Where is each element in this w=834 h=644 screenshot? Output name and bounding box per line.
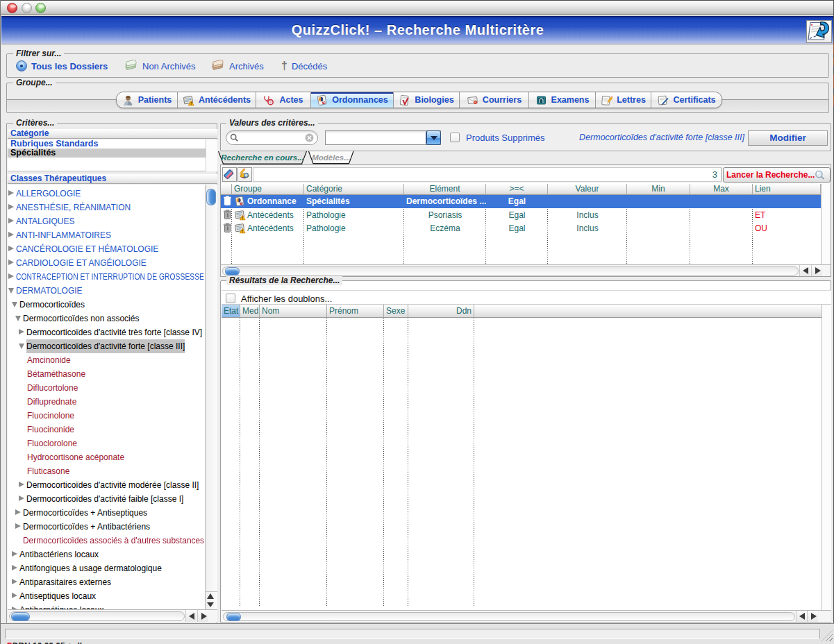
- tree-item[interactable]: ANTALGIQUES: [8, 214, 205, 228]
- doublons-checkbox[interactable]: [226, 294, 235, 303]
- tree-item[interactable]: Antiseptiques locaux: [8, 589, 205, 603]
- criteria-column-header[interactable]: Catégorie: [304, 184, 404, 195]
- tab-recherche-en-cours[interactable]: Recherche en cours...: [218, 151, 307, 164]
- tree-item[interactable]: Hydrocortisone acéponate: [8, 450, 205, 464]
- tree-item[interactable]: Dermocorticoïdes associés à d'autres sub…: [8, 534, 205, 548]
- tree-collapsed-icon[interactable]: [19, 495, 24, 501]
- tree-item[interactable]: Dermocorticoïdes + Antibactériens: [8, 520, 205, 534]
- tree-item[interactable]: Difluprednate: [8, 395, 205, 409]
- tree-hscroll-track[interactable]: [9, 611, 185, 621]
- tab-certificats[interactable]: Certificats: [651, 92, 722, 108]
- tree-item[interactable]: Fluticasone: [8, 464, 205, 478]
- tree-item[interactable]: Dermocorticoïdes d'activité très forte […: [8, 325, 205, 339]
- criteria-column-header[interactable]: >=<: [486, 184, 548, 195]
- criteria-column-header[interactable]: Lien: [753, 184, 821, 195]
- tab-lettres[interactable]: Lettres: [596, 92, 651, 108]
- criteria-column-header[interactable]: Groupe: [232, 184, 304, 195]
- tree-collapsed-icon[interactable]: [15, 523, 21, 529]
- edit-criteria-button[interactable]: [237, 167, 252, 182]
- criteria-hscroll-track[interactable]: [222, 266, 799, 276]
- tree-collapsed-icon[interactable]: [8, 260, 14, 265]
- minimize-button[interactable]: [22, 3, 32, 13]
- tab-patients[interactable]: Patients: [117, 92, 178, 108]
- criteria-column-header[interactable]: Min: [627, 184, 690, 195]
- categorie-scrollbar-strip[interactable]: [206, 139, 217, 171]
- results-hscroll-thumb[interactable]: [226, 613, 241, 621]
- tree-collapsed-icon[interactable]: [12, 551, 17, 557]
- tree-item[interactable]: Fluoclorolone: [8, 437, 205, 450]
- categorie-item[interactable]: Spécialités: [8, 149, 217, 158]
- tree-vertical-scrollbar[interactable]: [205, 185, 217, 609]
- tab-antecedents[interactable]: Antécédents: [178, 92, 256, 108]
- eraser-button[interactable]: [222, 167, 237, 182]
- results-column-header[interactable]: Sexe: [384, 305, 408, 317]
- results-table-vscrollbar[interactable]: [822, 305, 831, 610]
- criteria-column-header[interactable]: Valeur: [548, 184, 627, 195]
- tree-item[interactable]: ANTI-INFLAMMATOIRES: [8, 228, 205, 242]
- tree-item[interactable]: Fluocinolone: [8, 409, 205, 423]
- categorie-header[interactable]: Catégorie: [8, 129, 217, 139]
- classes-header[interactable]: Classes Thérapeutiques: [8, 174, 217, 184]
- tree-hscroll-thumb[interactable]: [11, 612, 30, 621]
- tree-horizontal-scrollbar[interactable]: [8, 609, 217, 622]
- tree-vscroll-thumb[interactable]: [206, 189, 216, 205]
- criteria-hscroll-thumb[interactable]: [225, 267, 240, 276]
- scroll-up-icon[interactable]: [207, 593, 214, 599]
- scroll-right-button[interactable]: [807, 611, 818, 622]
- tree-item[interactable]: Dermocorticoïdes non associés: [8, 312, 205, 325]
- launch-search-button[interactable]: Lancer la Recherche...: [723, 167, 831, 183]
- delete-row-icon[interactable]: [221, 195, 232, 208]
- radio-icon[interactable]: [16, 60, 27, 71]
- tree-item[interactable]: Antibactériens locaux: [8, 548, 205, 561]
- tree-expanded-icon[interactable]: [12, 302, 17, 307]
- results-hscroll-track[interactable]: [223, 612, 795, 621]
- tree-item[interactable]: Diflucortolone: [8, 381, 205, 395]
- criteria-table-vscrollbar[interactable]: [821, 184, 831, 264]
- results-column-header[interactable]: Ddn: [408, 305, 474, 317]
- resize-grip[interactable]: [822, 630, 833, 641]
- modifier-button[interactable]: Modifier: [748, 130, 828, 146]
- filter-option-decedes[interactable]: † Décédés: [281, 60, 327, 72]
- results-column-header[interactable]: Prénom: [327, 305, 384, 317]
- tree-item[interactable]: Dermocorticoïdes d'activité forte [class…: [8, 339, 205, 353]
- tab-biologies[interactable]: Biologies: [394, 92, 460, 108]
- tree-item[interactable]: Bétaméthasone: [8, 367, 205, 381]
- scroll-right-button[interactable]: [197, 610, 208, 622]
- scroll-left-button[interactable]: [185, 610, 197, 622]
- tree-collapsed-icon[interactable]: [12, 593, 17, 598]
- tab-ordonnances[interactable]: Ordonnances: [311, 92, 394, 108]
- tree-collapsed-icon[interactable]: [15, 509, 21, 515]
- results-column-header[interactable]: Nom: [260, 305, 327, 317]
- results-column-header[interactable]: Med: [240, 305, 260, 317]
- scroll-right-button[interactable]: [811, 265, 822, 276]
- results-table-hscrollbar[interactable]: [222, 610, 831, 622]
- tree-collapsed-icon[interactable]: [8, 246, 14, 251]
- tab-modeles[interactable]: Modèles...: [308, 151, 354, 164]
- criteria-column-header[interactable]: [221, 184, 232, 195]
- criteria-column-header[interactable]: Max: [690, 184, 753, 195]
- delete-row-icon[interactable]: [221, 222, 232, 235]
- tab-courriers[interactable]: Courriers: [460, 92, 529, 108]
- filter-option-archives[interactable]: Archivés: [210, 60, 264, 72]
- criteria-row[interactable]: OrdonnanceSpécialitésDermocorticoïdes ..…: [221, 195, 821, 208]
- tree-item[interactable]: Dermocorticoïdes + Antiseptiques: [8, 506, 205, 520]
- tree-item[interactable]: Antiparasitaires externes: [8, 575, 205, 589]
- tree-collapsed-icon[interactable]: [8, 204, 14, 210]
- scroll-down-icon[interactable]: [207, 602, 214, 607]
- criteria-row[interactable]: AntécédentsPathologiePsoriasisEgalInclus…: [221, 209, 821, 222]
- tree-vscroll-buttons[interactable]: [205, 591, 217, 609]
- criteria-table-hscrollbar[interactable]: [221, 264, 831, 276]
- tree-item[interactable]: Dermocorticoïdes d'activité faible [clas…: [8, 492, 205, 506]
- tree-item[interactable]: Amcinonide: [8, 353, 205, 367]
- tree-collapsed-icon[interactable]: [12, 579, 17, 584]
- tree-item[interactable]: ALLERGOLOGIE: [8, 187, 205, 201]
- tree-item[interactable]: Fluocinonide: [8, 423, 205, 437]
- tree-item[interactable]: DERMATOLOGIE: [8, 284, 205, 298]
- tree-item[interactable]: CONTRACEPTION ET INTERRUPTION DE GROSSES…: [8, 270, 205, 284]
- tree-collapsed-icon[interactable]: [8, 190, 14, 196]
- tab-examens[interactable]: Examens: [529, 92, 596, 108]
- criteria-row[interactable]: AntécédentsPathologieEczémaEgalInclusOU: [221, 222, 821, 235]
- tree-collapsed-icon[interactable]: [8, 232, 14, 237]
- delete-row-icon[interactable]: [221, 209, 232, 222]
- filter-option-tous[interactable]: Tous les Dossiers: [16, 60, 108, 72]
